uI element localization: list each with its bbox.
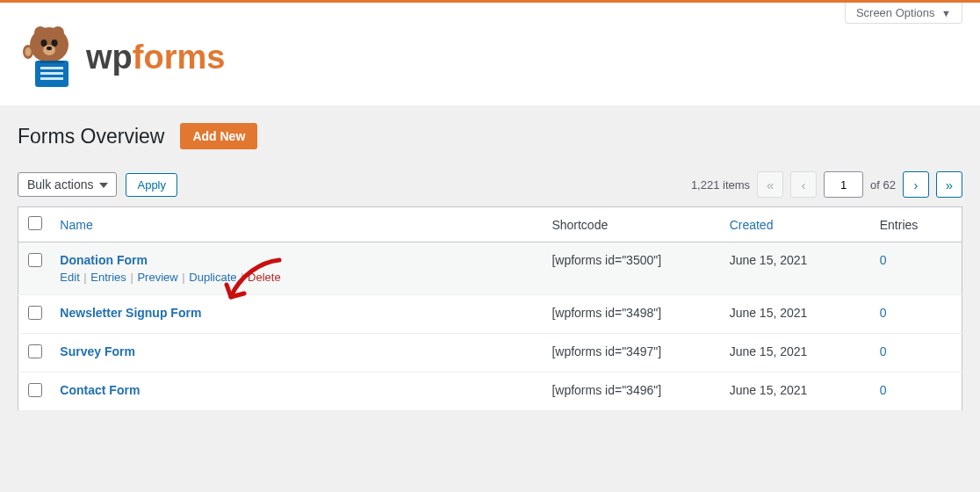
created-date: June 15, 2021 bbox=[730, 306, 808, 320]
shortcode-text: [wpforms id="3498"] bbox=[551, 306, 661, 320]
svg-text:wpforms: wpforms bbox=[85, 39, 225, 76]
page-title: Forms Overview bbox=[18, 125, 164, 148]
created-date: June 15, 2021 bbox=[730, 253, 808, 267]
entries-count-link[interactable]: 0 bbox=[880, 253, 887, 267]
next-page-button[interactable]: › bbox=[903, 171, 929, 198]
svg-point-4 bbox=[52, 40, 58, 47]
entries-count-link[interactable]: 0 bbox=[880, 306, 887, 320]
entries-action-link[interactable]: Entries bbox=[90, 271, 126, 284]
form-title-link[interactable]: Donation Form bbox=[60, 253, 148, 267]
table-row: Contact Form [wpforms id="3496"] June 15… bbox=[18, 373, 962, 411]
select-all-checkbox[interactable] bbox=[28, 216, 42, 230]
svg-point-1 bbox=[34, 26, 47, 39]
form-title-link[interactable]: Survey Form bbox=[60, 344, 135, 358]
screen-options-toggle[interactable]: Screen Options ▼ bbox=[845, 3, 962, 24]
shortcode-text: [wpforms id="3500"] bbox=[551, 253, 661, 267]
svg-rect-12 bbox=[40, 72, 63, 75]
triangle-down-icon: ▼ bbox=[941, 8, 951, 18]
table-row: Donation Form Edit | Entries | Preview |… bbox=[18, 242, 962, 295]
apply-button[interactable]: Apply bbox=[126, 173, 177, 197]
svg-rect-10 bbox=[40, 61, 64, 63]
bulk-actions-select[interactable]: Bulk actions bbox=[18, 172, 117, 197]
shortcode-text: [wpforms id="3496"] bbox=[551, 383, 661, 397]
current-page-input[interactable] bbox=[824, 171, 863, 198]
col-header-entries: Entries bbox=[880, 218, 919, 232]
svg-rect-11 bbox=[40, 67, 63, 69]
form-title-link[interactable]: Contact Form bbox=[60, 383, 140, 397]
bulk-actions-label: Bulk actions bbox=[27, 177, 93, 192]
svg-point-6 bbox=[47, 47, 52, 50]
created-date: June 15, 2021 bbox=[730, 344, 808, 358]
last-page-button[interactable]: » bbox=[936, 171, 962, 198]
table-row: Newsletter Signup Form [wpforms id="3498… bbox=[18, 295, 962, 334]
table-row: Survey Form [wpforms id="3497"] June 15,… bbox=[18, 334, 962, 373]
row-actions: Edit | Entries | Preview | Duplicate | D… bbox=[60, 271, 534, 284]
entries-count-link[interactable]: 0 bbox=[880, 344, 887, 358]
edit-link[interactable]: Edit bbox=[60, 271, 79, 284]
row-checkbox[interactable] bbox=[28, 253, 42, 267]
created-date: June 15, 2021 bbox=[730, 383, 808, 397]
svg-rect-13 bbox=[40, 77, 63, 80]
row-checkbox[interactable] bbox=[28, 383, 42, 397]
preview-link[interactable]: Preview bbox=[137, 271, 177, 284]
svg-point-8 bbox=[25, 47, 32, 56]
add-new-button[interactable]: Add New bbox=[180, 123, 257, 149]
of-pages-text: of 62 bbox=[870, 178, 896, 192]
forms-table: Name Shortcode Created Entries Donation … bbox=[18, 206, 962, 411]
svg-point-2 bbox=[52, 26, 64, 39]
duplicate-link[interactable]: Duplicate bbox=[189, 271, 236, 284]
col-header-shortcode: Shortcode bbox=[551, 218, 608, 232]
first-page-button[interactable]: « bbox=[757, 171, 783, 198]
col-header-name[interactable]: Name bbox=[60, 218, 92, 232]
svg-point-3 bbox=[41, 40, 47, 47]
pagination: 1,221 items « ‹ of 62 › » bbox=[691, 171, 962, 198]
col-header-created[interactable]: Created bbox=[730, 218, 774, 232]
form-title-link[interactable]: Newsletter Signup Form bbox=[60, 306, 201, 320]
items-count: 1,221 items bbox=[691, 178, 750, 192]
screen-options-label: Screen Options bbox=[856, 6, 935, 19]
row-checkbox[interactable] bbox=[28, 344, 42, 358]
row-checkbox[interactable] bbox=[28, 306, 42, 320]
delete-link[interactable]: Delete bbox=[248, 271, 281, 284]
shortcode-text: [wpforms id="3497"] bbox=[551, 344, 661, 358]
prev-page-button[interactable]: ‹ bbox=[790, 171, 817, 198]
wpforms-logo: wpforms bbox=[18, 20, 246, 93]
entries-count-link[interactable]: 0 bbox=[880, 383, 887, 397]
